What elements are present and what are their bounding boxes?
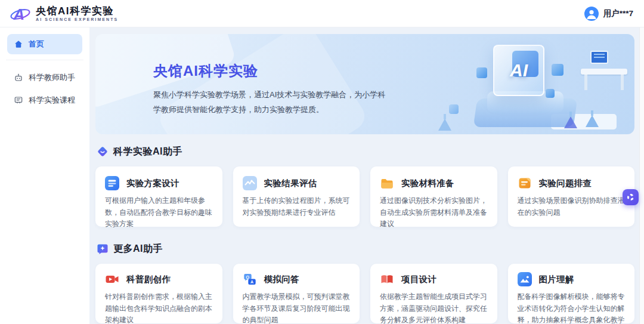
- robot-icon: [14, 73, 23, 82]
- svg-text:Q: Q: [246, 275, 249, 280]
- card-science-drama-creation[interactable]: 科普剧创作 针对科普剧创作需求，根据输入主题输出包含科学知识点融合的剧本架构建议: [95, 264, 222, 323]
- card-description: 针对科普剧创作需求，根据输入主题输出包含科学知识点融合的剧本架构建议: [105, 291, 214, 324]
- sidebar-item-teacher-assistant[interactable]: 科学教师助手: [7, 67, 82, 88]
- card-title: 实验方案设计: [126, 178, 179, 189]
- hero-illustration: AI: [435, 34, 634, 134]
- user-menu[interactable]: 用户***7: [584, 7, 633, 21]
- line-chart-icon: [243, 176, 257, 190]
- sidebar-divider: [6, 60, 83, 60]
- card-description: 基于上传的实验过程图片，系统可对实验预期结果进行专业评估: [243, 195, 352, 218]
- card-description: 通过图像识别技术分析实验图片，自动生成实验所需材料清单及准备建议: [380, 195, 489, 230]
- card-simulated-qa[interactable]: Q A 模拟问答 内置教学场景模拟，可预判课堂教学各环节及课后复习阶段可能出现的…: [233, 264, 360, 323]
- svg-text:A: A: [250, 280, 253, 284]
- card-title: 项目设计: [401, 274, 436, 285]
- card-description: 配备科学图像解析模块，能够将专业术语转化为符合小学生认知的解释，助力抽象科学概念…: [518, 291, 627, 324]
- app-body: 首页 科学教师助手 科学实验课程: [0, 27, 644, 324]
- lab-monitor: [590, 51, 608, 64]
- hero-description: 聚焦小学科学实验教学场景，通过AI技术与实验教学融合，为小学科学教师提供智能化教…: [153, 87, 387, 117]
- logo-subtitle: AI SCIENCE EXPERIMENTS: [36, 17, 118, 21]
- card-title: 实验材料准备: [401, 178, 454, 189]
- ai-cube: AI: [493, 45, 544, 96]
- person-icon: [584, 7, 599, 21]
- logo-icon: A: [10, 4, 31, 23]
- main-content: AI 央馆AI科学实验 聚焦小学科学实验教学场景，通过AI技术与实验教学融合，为…: [89, 27, 639, 324]
- chat-star-icon: [97, 243, 109, 255]
- card-experiment-problem-troubleshoot[interactable]: 实验问题排查 通过实验场景图像识别协助排查潜在的实验问题: [508, 166, 635, 227]
- section-title: 科学实验AI助手: [113, 146, 182, 158]
- hero-title: 央馆AI科学实验: [153, 61, 387, 81]
- logo-title: 央馆AI科学实验: [36, 5, 118, 17]
- card-description: 内置教学场景模拟，可预判课堂教学各环节及课后复习阶段可能出现的典型问题: [243, 291, 352, 324]
- scrollbar[interactable]: [639, 27, 644, 324]
- course-icon: [14, 95, 23, 105]
- file-search-icon: [518, 176, 532, 190]
- section-header-experiment-ai: 科学实验AI助手: [97, 145, 633, 158]
- ai-assistant-button[interactable]: [623, 189, 639, 205]
- sidebar-item-home[interactable]: 首页: [7, 34, 82, 54]
- diamond-smile-icon: [97, 146, 109, 158]
- card-title: 科普剧创作: [126, 274, 171, 285]
- card-description: 依据教学主题智能生成项目式学习方案，涵盖驱动问题设计、探究任务分解及多元评价体系…: [380, 291, 489, 324]
- svg-text:A: A: [13, 5, 24, 22]
- card-project-design[interactable]: 项目设计 依据教学主题智能生成项目式学习方案，涵盖驱动问题设计、探究任务分解及多…: [370, 264, 497, 323]
- card-title: 实验结果评估: [264, 178, 317, 189]
- qa-bubbles-icon: Q A: [243, 272, 257, 286]
- section-header-more-ai: 更多AI助手: [97, 242, 633, 255]
- user-name: 用户***7: [603, 8, 633, 19]
- home-icon: [14, 39, 23, 49]
- document-lines-icon: [105, 176, 119, 190]
- card-experiment-result-evaluation[interactable]: 实验结果评估 基于上传的实验过程图片，系统可对实验预期结果进行专业评估: [233, 166, 360, 227]
- video-camera-icon: [105, 272, 119, 286]
- sidebar-item-label: 科学教师助手: [29, 72, 75, 83]
- card-title: 模拟问答: [264, 274, 299, 285]
- flask-icon: [586, 115, 599, 127]
- top-header: A 央馆AI科学实验 AI SCIENCE EXPERIMENTS 用户***7: [0, 0, 644, 27]
- sidebar: 首页 科学教师助手 科学实验课程: [0, 27, 89, 324]
- sidebar-item-experiment-course[interactable]: 科学实验课程: [7, 90, 82, 110]
- section-title: 更多AI助手: [113, 243, 163, 255]
- card-row-more-ai: 科普剧创作 针对科普剧创作需求，根据输入主题输出包含科学知识点融合的剧本架构建议…: [95, 264, 634, 323]
- folder-icon: [380, 176, 394, 190]
- image-icon: [518, 272, 532, 286]
- card-image-understanding[interactable]: 图片理解 配备科学图像解析模块，能够将专业术语转化为符合小学生认知的解释，助力抽…: [508, 264, 635, 323]
- app-logo[interactable]: A 央馆AI科学实验 AI SCIENCE EXPERIMENTS: [10, 4, 118, 23]
- open-book-icon: [380, 272, 394, 286]
- ai-cube-label: AI: [510, 60, 528, 81]
- avatar: [584, 7, 599, 21]
- ai-assistant-icon: [626, 192, 636, 202]
- card-experiment-plan-design[interactable]: 实验方案设计 可根据用户输入的主题和年级参数，自动匹配符合教学目标的趣味实验方案: [95, 166, 222, 227]
- card-row-experiment-ai: 实验方案设计 可根据用户输入的主题和年级参数，自动匹配符合教学目标的趣味实验方案…: [95, 166, 634, 227]
- card-experiment-material-preparation[interactable]: 实验材料准备 通过图像识别技术分析实验图片，自动生成实验所需材料清单及准备建议: [370, 166, 497, 227]
- card-title: 实验问题排查: [539, 178, 592, 189]
- lab-desk: [581, 69, 627, 75]
- flask-icon: [564, 116, 577, 128]
- card-description: 通过实验场景图像识别协助排查潜在的实验问题: [518, 195, 627, 218]
- hero-banner: AI 央馆AI科学实验 聚焦小学科学实验教学场景，通过AI技术与实验教学融合，为…: [95, 34, 634, 134]
- sidebar-item-label: 科学实验课程: [29, 95, 75, 106]
- card-description: 可根据用户输入的主题和年级参数，自动匹配符合教学目标的趣味实验方案: [105, 195, 214, 230]
- card-title: 图片理解: [539, 274, 574, 285]
- sidebar-item-label: 首页: [29, 39, 44, 50]
- flask-icon: [438, 119, 451, 131]
